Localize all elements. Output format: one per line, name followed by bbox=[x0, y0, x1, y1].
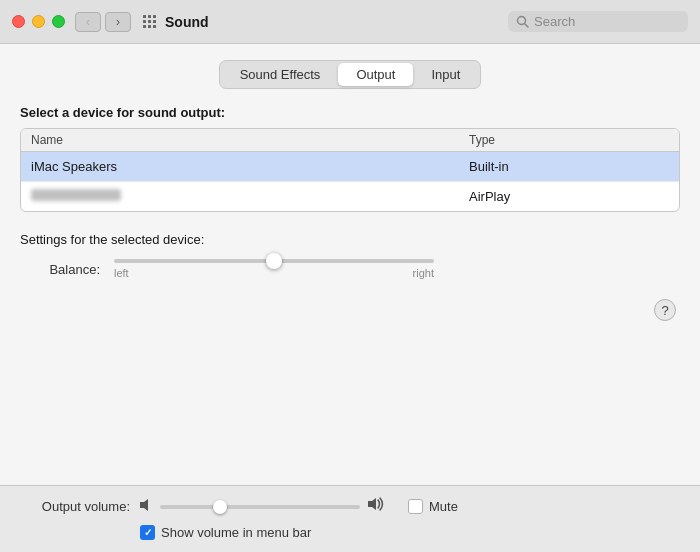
mute-checkbox[interactable] bbox=[408, 499, 423, 514]
search-icon bbox=[516, 15, 529, 28]
settings-section: Settings for the selected device: Balanc… bbox=[20, 232, 680, 283]
window-title: Sound bbox=[165, 14, 508, 30]
tab-group: Sound Effects Output Input bbox=[219, 60, 482, 89]
balance-slider-container: left right bbox=[114, 259, 434, 279]
mute-label: Mute bbox=[429, 499, 458, 514]
show-volume-menu-bar-label: Show volume in menu bar bbox=[161, 525, 311, 540]
tab-output[interactable]: Output bbox=[338, 63, 413, 86]
tab-input[interactable]: Input bbox=[413, 63, 478, 86]
search-bar[interactable] bbox=[508, 11, 688, 32]
bottom-bar: Output volume: Mute Show volume in menu … bbox=[0, 485, 700, 552]
balance-left-label: left bbox=[114, 267, 129, 279]
volume-slider-track[interactable] bbox=[160, 505, 360, 509]
search-input[interactable] bbox=[534, 14, 674, 29]
volume-slider-thumb[interactable] bbox=[213, 500, 227, 514]
table-row[interactable]: AirPlay bbox=[21, 182, 679, 211]
menu-bar-row: Show volume in menu bar bbox=[140, 525, 680, 540]
table-row[interactable]: iMac Speakers Built-in bbox=[21, 152, 679, 182]
device-table: Name Type iMac Speakers Built-in AirPlay bbox=[20, 128, 680, 212]
column-type-header: Type bbox=[469, 133, 669, 147]
column-name-header: Name bbox=[31, 133, 469, 147]
device-type-airplay: AirPlay bbox=[469, 189, 669, 204]
device-name-blurred bbox=[31, 189, 469, 204]
settings-title: Settings for the selected device: bbox=[20, 232, 680, 247]
help-button[interactable]: ? bbox=[654, 299, 676, 321]
app-grid-icon[interactable] bbox=[143, 15, 157, 29]
nav-buttons: ‹ › bbox=[75, 12, 131, 32]
volume-low-icon bbox=[138, 497, 154, 516]
traffic-lights bbox=[12, 15, 65, 28]
volume-label: Output volume: bbox=[20, 499, 130, 514]
volume-high-icon bbox=[366, 496, 388, 517]
balance-row: Balance: left right bbox=[20, 259, 680, 279]
show-volume-menu-bar-checkbox[interactable] bbox=[140, 525, 155, 540]
blurred-device-name bbox=[31, 189, 121, 201]
forward-button[interactable]: › bbox=[105, 12, 131, 32]
back-button[interactable]: ‹ bbox=[75, 12, 101, 32]
table-header: Name Type bbox=[21, 129, 679, 152]
balance-slider-thumb[interactable] bbox=[266, 253, 282, 269]
device-name: iMac Speakers bbox=[31, 159, 469, 174]
main-content: Sound Effects Output Input Select a devi… bbox=[0, 44, 700, 485]
tabs: Sound Effects Output Input bbox=[20, 60, 680, 89]
titlebar: ‹ › Sound bbox=[0, 0, 700, 44]
mute-section: Mute bbox=[408, 499, 458, 514]
balance-right-label: right bbox=[413, 267, 434, 279]
volume-row: Output volume: Mute bbox=[20, 496, 680, 517]
svg-marker-2 bbox=[140, 499, 148, 511]
section-title: Select a device for sound output: bbox=[20, 105, 680, 120]
balance-label: Balance: bbox=[20, 262, 100, 277]
balance-slider-track[interactable] bbox=[114, 259, 434, 263]
close-button[interactable] bbox=[12, 15, 25, 28]
svg-line-1 bbox=[525, 24, 528, 27]
device-type: Built-in bbox=[469, 159, 669, 174]
maximize-button[interactable] bbox=[52, 15, 65, 28]
svg-point-0 bbox=[518, 17, 526, 25]
svg-marker-3 bbox=[368, 498, 376, 510]
help-row: ? bbox=[20, 299, 680, 321]
tab-sound-effects[interactable]: Sound Effects bbox=[222, 63, 339, 86]
minimize-button[interactable] bbox=[32, 15, 45, 28]
